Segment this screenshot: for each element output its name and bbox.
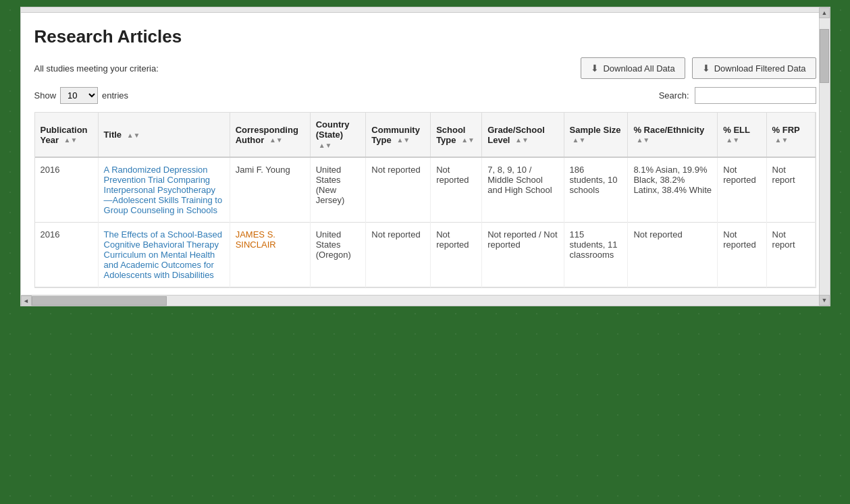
sort-school-type-icon: ▲▼ — [461, 137, 475, 144]
col-sample-size[interactable]: Sample Size ▲▼ — [564, 113, 628, 157]
controls-bar: Show 10 25 50 100 entries Search: — [34, 87, 816, 104]
col-sample-size-label: Sample Size — [570, 125, 621, 135]
col-school-type[interactable]: School Type ▲▼ — [431, 113, 482, 157]
download-filtered-icon: ⬇ — [702, 63, 710, 74]
col-frp-label: % FRP — [772, 125, 800, 135]
scroll-up-arrow[interactable]: ▲ — [819, 7, 830, 18]
table-header-row: Publication Year ▲▼ Title ▲▼ Correspondi… — [35, 113, 816, 157]
bottom-scrollbar-track[interactable] — [32, 296, 819, 306]
download-filtered-button[interactable]: ⬇ Download Filtered Data — [692, 57, 816, 79]
page-title: Research Articles — [34, 26, 816, 47]
col-corr-author-label: Corresponding Author — [236, 125, 298, 145]
top-bar: All studies meeting your criteria: ⬇ Dow… — [34, 57, 816, 79]
table-wrapper[interactable]: Publication Year ▲▼ Title ▲▼ Correspondi… — [34, 112, 816, 288]
col-pub-year[interactable]: Publication Year ▲▼ — [35, 113, 99, 157]
right-scrollbar: ▲ ▼ — [819, 7, 830, 306]
cell-country-2: United States (Oregon) — [310, 223, 366, 287]
cell-race-ethnicity-2: Not reported — [628, 223, 718, 287]
title-link-2[interactable]: The Effects of a School-Based Cognitive … — [104, 229, 222, 280]
cell-school-type-1: Not reported — [431, 157, 482, 223]
sort-corr-author-icon: ▲▼ — [269, 137, 283, 144]
sort-community-type-icon: ▲▼ — [396, 137, 410, 144]
cell-race-ethnicity-1: 8.1% Asian, 19.9% Black, 38.2% Latinx, 3… — [628, 157, 718, 223]
entries-select[interactable]: 10 25 50 100 — [60, 87, 98, 104]
sort-ell-icon: ▲▼ — [726, 137, 739, 144]
col-ell[interactable]: % ELL ▲▼ — [718, 113, 766, 157]
top-scrollbar: ▲ — [21, 7, 830, 13]
scroll-down-arrow[interactable]: ▼ — [819, 295, 830, 306]
col-community-type-label: Community Type — [371, 125, 420, 145]
download-all-label: Download All Data — [603, 63, 674, 74]
entries-label: entries — [102, 90, 128, 101]
cell-sample-size-2: 115 students, 11 classrooms — [564, 223, 628, 287]
sort-title-icon: ▲▼ — [127, 132, 140, 139]
cell-pub-year-1: 2016 — [35, 157, 99, 223]
cell-community-type-1: Not reported — [366, 157, 431, 223]
col-country[interactable]: Country (State) ▲▼ — [310, 113, 366, 157]
cell-grade-level-1: 7, 8, 9, 10 / Middle School and High Sch… — [482, 157, 564, 223]
cell-title-2: The Effects of a School-Based Cognitive … — [98, 223, 230, 287]
col-grade-level[interactable]: Grade/School Level ▲▼ — [482, 113, 564, 157]
sort-grade-level-icon: ▲▼ — [515, 137, 529, 144]
main-container: ▲ Research Articles All studies meeting … — [20, 7, 830, 306]
col-frp[interactable]: % FRP ▲▼ — [766, 113, 815, 157]
col-race-ethnicity-label: % Race/Ethnicity — [633, 125, 704, 135]
cell-pub-year-2: 2016 — [35, 223, 99, 287]
col-community-type[interactable]: Community Type ▲▼ — [366, 113, 431, 157]
cell-corr-author-2: JAMES S. SINCLAIR — [230, 223, 310, 287]
col-country-label: Country (State) — [316, 119, 350, 140]
search-label: Search: — [659, 90, 689, 101]
cell-grade-level-2: Not reported / Not reported — [482, 223, 564, 287]
show-entries: Show 10 25 50 100 entries — [34, 87, 129, 104]
col-ell-label: % ELL — [723, 125, 750, 135]
table-row: 2016 The Effects of a School-Based Cogni… — [35, 223, 816, 287]
subtitle: All studies meeting your criteria: — [34, 63, 159, 74]
col-corr-author[interactable]: Corresponding Author ▲▼ — [230, 113, 310, 157]
search-input[interactable] — [695, 87, 816, 104]
scroll-left-arrow[interactable]: ◄ — [21, 296, 32, 306]
bottom-scrollbar-thumb — [32, 296, 167, 306]
sort-country-icon: ▲▼ — [319, 142, 332, 149]
col-title[interactable]: Title ▲▼ — [98, 113, 230, 157]
cell-ell-2: Not reported — [718, 223, 766, 287]
right-scrollbar-thumb[interactable] — [820, 29, 829, 83]
bottom-scrollbar: ◄ ► — [21, 295, 830, 306]
download-filtered-label: Download Filtered Data — [714, 63, 806, 74]
data-table: Publication Year ▲▼ Title ▲▼ Correspondi… — [35, 113, 816, 287]
sort-pub-year-icon: ▲▼ — [64, 137, 78, 144]
sort-frp-icon: ▲▼ — [775, 137, 789, 144]
cell-title-1: A Randomized Depression Prevention Trial… — [98, 157, 230, 223]
download-buttons: ⬇ Download All Data ⬇ Download Filtered … — [581, 57, 816, 79]
search-bar: Search: — [659, 87, 816, 104]
table-row: 2016 A Randomized Depression Prevention … — [35, 157, 816, 223]
sort-race-ethnicity-icon: ▲▼ — [636, 137, 649, 144]
cell-frp-2: Not report — [766, 223, 815, 287]
cell-frp-1: Not report — [766, 157, 815, 223]
cell-country-1: United States (New Jersey) — [310, 157, 366, 223]
cell-community-type-2: Not reported — [366, 223, 431, 287]
corr-author-link-2[interactable]: JAMES S. SINCLAIR — [236, 229, 276, 250]
sort-sample-size-icon: ▲▼ — [573, 137, 586, 144]
title-link-1[interactable]: A Randomized Depression Prevention Trial… — [104, 165, 223, 215]
cell-school-type-2: Not reported — [431, 223, 482, 287]
download-all-button[interactable]: ⬇ Download All Data — [581, 57, 685, 79]
col-race-ethnicity[interactable]: % Race/Ethnicity ▲▼ — [628, 113, 718, 157]
download-all-icon: ⬇ — [591, 63, 599, 74]
content-area: Research Articles All studies meeting yo… — [21, 13, 830, 295]
cell-ell-1: Not reported — [718, 157, 766, 223]
cell-sample-size-1: 186 students, 10 schools — [564, 157, 628, 223]
cell-corr-author-1: Jami F. Young — [230, 157, 310, 223]
col-title-label: Title — [104, 130, 122, 140]
show-label: Show — [34, 90, 57, 101]
